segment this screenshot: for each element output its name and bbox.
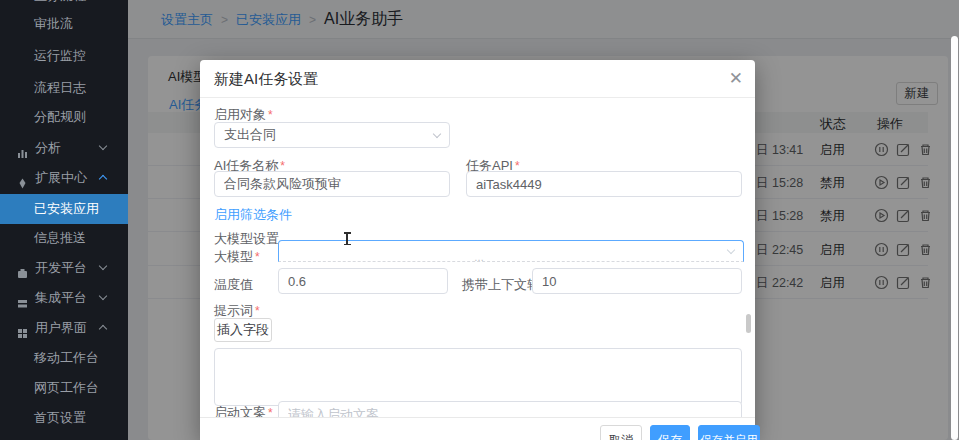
required-mark: * <box>268 108 273 122</box>
sidebar-item-web-workbench[interactable]: 网页工作台 <box>0 376 128 400</box>
sidebar-group-label: 开发平台 <box>35 256 87 280</box>
sidebar-item-clipped[interactable]: 业务流程 <box>0 0 128 8</box>
sidebar-group-integration-platform[interactable]: 集成平台 <box>0 286 128 310</box>
chevron-down-icon <box>99 262 107 270</box>
enable-target-select[interactable]: 支出合同 <box>214 122 450 148</box>
sidebar-item-allocation-rules[interactable]: 分配规则 <box>0 105 128 129</box>
dialog-header: 新建AI任务设置 ✕ <box>200 60 755 98</box>
sidebar-group-label: 用户界面 <box>35 316 87 340</box>
chevron-down-icon <box>99 142 107 150</box>
rocket-icon <box>17 173 28 184</box>
chevron-up-icon <box>99 325 107 333</box>
insert-field-button[interactable]: 插入字段 <box>214 318 272 342</box>
field-label-text: 提示词 <box>214 303 253 318</box>
temperature-input[interactable] <box>278 268 448 294</box>
dialog-footer: 取消 保存 保存并启用 <box>200 417 755 440</box>
sidebar-item-approval-flow[interactable]: 审批流 <box>0 12 128 36</box>
dialog-title: 新建AI任务设置 <box>214 60 318 98</box>
sidebar-item-installed-apps[interactable]: 已安装应用 <box>0 194 128 224</box>
text-cursor-icon <box>346 233 348 244</box>
chevron-down-icon <box>433 130 441 138</box>
sidebar-group-label: 扩展中心 <box>35 166 87 190</box>
new-ai-task-dialog: 新建AI任务设置 ✕ 启用对象* 支出合同 AI任务名称* 任务API* 启用筛… <box>200 60 755 440</box>
chevron-down-icon <box>727 246 735 254</box>
sidebar-group-user-interface[interactable]: 用户界面 <box>0 316 128 340</box>
bar-chart-icon <box>17 143 28 154</box>
chevron-down-icon <box>99 292 107 300</box>
layers-icon <box>17 293 28 304</box>
sidebar-item-mobile-workbench[interactable]: 移动工作台 <box>0 346 128 370</box>
field-label-text: 启用对象 <box>214 107 266 122</box>
context-rounds-input[interactable] <box>532 268 742 294</box>
sidebar-item-run-monitor[interactable]: 运行监控 <box>0 44 128 68</box>
toolbox-icon <box>17 263 28 274</box>
enable-filter-link[interactable]: 启用筛选条件 <box>214 206 292 224</box>
prompt-textarea[interactable] <box>214 348 742 406</box>
temperature-label: 温度值 <box>214 276 253 294</box>
model-label: 大模型* <box>214 248 260 266</box>
sidebar-group-label: 集成平台 <box>35 286 87 310</box>
sidebar-group-label: 分析 <box>35 136 61 160</box>
save-button[interactable]: 保存 <box>650 425 690 440</box>
sidebar-group-dev-platform[interactable]: 开发平台 <box>0 256 128 280</box>
grid-icon <box>17 323 28 334</box>
chevron-up-icon <box>99 175 107 183</box>
cancel-button[interactable]: 取消 <box>600 425 642 440</box>
required-mark: * <box>255 250 260 264</box>
sidebar-group-analysis[interactable]: 分析 <box>0 136 128 160</box>
page-scrollbar-thumb[interactable] <box>951 36 958 440</box>
model-section-label: 大模型设置 <box>214 230 279 248</box>
required-mark: * <box>255 304 260 318</box>
close-icon[interactable]: ✕ <box>729 69 743 89</box>
enable-target-value: 支出合同 <box>224 126 276 144</box>
save-and-enable-button[interactable]: 保存并启用 <box>698 425 760 440</box>
sidebar: 业务流程 审批流 运行监控 流程日志 分配规则 分析 扩展中心 已安装应用 信息… <box>0 0 128 440</box>
task-api-input[interactable] <box>466 171 742 197</box>
sidebar-item-process-log[interactable]: 流程日志 <box>0 76 128 100</box>
model-select-clipped-text: … <box>474 252 486 263</box>
sidebar-item-info-push[interactable]: 信息推送 <box>0 226 128 250</box>
dialog-scrollbar-thumb[interactable] <box>746 314 751 333</box>
field-label-text: 大模型 <box>214 249 253 264</box>
sidebar-group-extension-center[interactable]: 扩展中心 <box>0 166 128 190</box>
task-name-input[interactable] <box>214 171 450 197</box>
sidebar-item-homepage-settings[interactable]: 首页设置 <box>0 406 128 430</box>
